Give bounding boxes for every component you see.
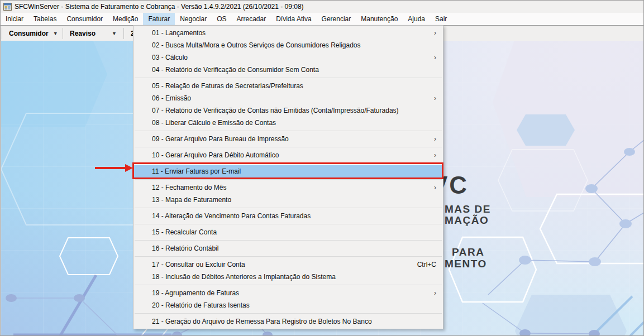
- submenu-arrow-icon: ›: [434, 289, 436, 297]
- logo-text-fragment: MAÇÃO: [445, 214, 489, 227]
- submenu-arrow-icon: ›: [434, 135, 436, 143]
- menu-separator: [135, 131, 442, 131]
- submenu-arrow-icon: ›: [434, 29, 436, 37]
- menubar-item-divida-ativa[interactable]: Dívida Ativa: [271, 13, 316, 25]
- menu-separator: [135, 208, 442, 208]
- menu-item-14-alteracao-vencimento[interactable]: 14 - Alteração de Vencimento Para Contas…: [133, 210, 443, 222]
- menu-item-21-geracao-arquivo-remessa[interactable]: 21 - Geração do Arquivo de Remessa Para …: [133, 315, 443, 328]
- menubar-item-manutencao[interactable]: Manutenção: [356, 13, 403, 25]
- menu-separator: [135, 163, 442, 164]
- menu-separator: [135, 224, 442, 224]
- menu-separator: [135, 313, 442, 314]
- menubar-item-iniciar[interactable]: Iniciar: [1, 13, 28, 25]
- toolbar-separator: [63, 28, 63, 39]
- submenu-arrow-icon: ›: [434, 94, 436, 102]
- menubar-item-ajuda[interactable]: Ajuda: [403, 13, 430, 25]
- menu-item-20-relatorio-faturas-isentas[interactable]: 20 - Relatório de Faturas Isentas: [133, 299, 443, 311]
- menu-item-01-lancamentos[interactable]: 01 - Lançamentos ›: [133, 27, 443, 39]
- menu-item-03-calculo[interactable]: 03 - Cálculo ›: [133, 51, 443, 64]
- toolbar-separator: [2, 28, 2, 39]
- menu-item-08-liberar-calculo-emissao[interactable]: 08 - Liberar Cálculo e Emissão de Contas: [133, 117, 443, 129]
- toolbar-button-consumidor-label: Consumidor: [9, 30, 49, 37]
- logo-text-fragment: PARA: [452, 246, 484, 258]
- menubar-item-consumidor[interactable]: Consumidor: [61, 13, 108, 25]
- menu-separator: [135, 240, 442, 241]
- menu-item-06-emissao[interactable]: 06 - Emissão ›: [133, 92, 443, 104]
- menubar-item-tabelas[interactable]: Tabelas: [28, 13, 61, 25]
- app-icon: [3, 3, 12, 11]
- menu-separator: [135, 256, 442, 257]
- title-bar: SFCWinServer - Sistema de Faturamento e …: [1, 1, 643, 13]
- menu-separator: [135, 285, 442, 285]
- menu-item-13-mapa-faturamento[interactable]: 13 - Mapa de Faturamento: [133, 194, 443, 206]
- menu-item-02-busca-multa-mora[interactable]: 02 - Busca Multa/Mora e Outros Serviços …: [133, 39, 443, 51]
- menubar-item-faturar[interactable]: Faturar: [143, 13, 175, 25]
- menu-separator: [135, 147, 442, 147]
- menubar-item-os[interactable]: OS: [212, 13, 231, 25]
- menu-separator: [135, 179, 442, 180]
- menubar-item-negociar[interactable]: Negociar: [175, 13, 212, 25]
- toolbar-button-reaviso-label: Reaviso: [70, 30, 96, 37]
- menubar-item-sair[interactable]: Sair: [430, 13, 452, 25]
- menu-item-19-agrupamento-faturas[interactable]: 19 - Agrupamento de Faturas ›: [133, 287, 443, 299]
- toolbar-button-consumidor[interactable]: Consumidor ▼: [3, 27, 61, 40]
- menu-item-11-enviar-faturas-email[interactable]: 11 - Enviar Faturas por E-mail: [133, 165, 443, 177]
- toolbar-button-reaviso[interactable]: Reaviso ▼: [64, 27, 122, 40]
- chevron-down-icon: ▼: [53, 31, 58, 36]
- menu-separator: [135, 78, 442, 78]
- submenu-arrow-icon: ›: [434, 54, 436, 61]
- menu-bar: Iniciar Tabelas Consumidor Medição Fatur…: [1, 13, 643, 25]
- menu-item-07-relatorio-contas-nao-emitidas[interactable]: 07 - Relatório de Verificação de Contas …: [133, 104, 443, 117]
- menu-item-09-gerar-arquivo-bureau[interactable]: 09 - Gerar Arquivo Para Bureau de Impres…: [133, 133, 443, 145]
- submenu-arrow-icon: ›: [434, 151, 436, 159]
- menubar-item-arrecadar[interactable]: Arrecadar: [232, 13, 271, 25]
- shortcut-label: Ctrl+C: [417, 261, 436, 268]
- menu-item-12-fechamento-mes[interactable]: 12 - Fechamento do Mês ›: [133, 181, 443, 194]
- menu-item-18-inclusao-debitos-anteriores[interactable]: 18 - Inclusão de Débitos Anteriores a Im…: [133, 271, 443, 283]
- toolbar-separator: [123, 28, 124, 39]
- logo-text-fragment: MAS DE: [445, 203, 491, 215]
- menu-item-10-gerar-arquivo-debito-automatico[interactable]: 10 - Gerar Arquivo Para Débito Automátic…: [133, 149, 443, 161]
- window-title: SFCWinServer - Sistema de Faturamento e …: [15, 3, 304, 11]
- menubar-item-medicao[interactable]: Medição: [108, 13, 143, 25]
- menu-item-15-recalcular-conta[interactable]: 15 - Recalcular Conta: [133, 226, 443, 238]
- chevron-down-icon: ▼: [112, 31, 117, 36]
- menubar-item-gerenciar[interactable]: Gerenciar: [317, 13, 356, 25]
- faturar-dropdown-menu: 01 - Lançamentos › 02 - Busca Multa/Mora…: [133, 25, 443, 329]
- menu-item-04-relatorio-consumidor-sem-conta[interactable]: 04 - Relatório de Verificação de Consumi…: [133, 64, 443, 76]
- menu-item-16-relatorio-contabil[interactable]: 16 - Relatório Contábil: [133, 242, 443, 255]
- menu-item-17-consultar-excluir-conta[interactable]: 17 - Consultar ou Excluir Conta Ctrl+C: [133, 258, 443, 271]
- logo-text-fragment: MENTO: [445, 258, 487, 270]
- menu-item-05-relacao-faturas-secretarias[interactable]: 05 - Relação de Faturas de Secretarias/P…: [133, 80, 443, 92]
- app-window: SFCWinServer - Sistema de Faturamento e …: [0, 0, 644, 336]
- submenu-arrow-icon: ›: [434, 184, 436, 191]
